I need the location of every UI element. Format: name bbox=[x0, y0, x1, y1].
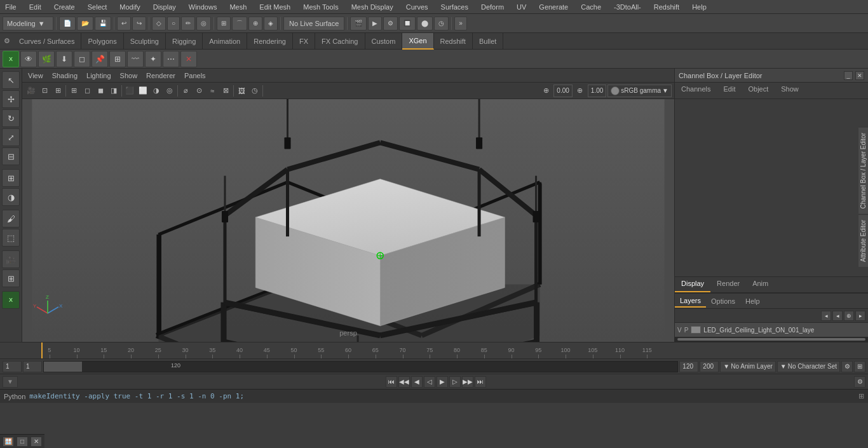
paint-button[interactable]: 🖌 bbox=[2, 210, 20, 227]
select-button[interactable]: ◇ bbox=[152, 17, 166, 31]
xgen-btn-grid[interactable]: ⊞ bbox=[109, 51, 126, 67]
open-scene-button[interactable]: 📂 bbox=[77, 17, 93, 31]
select-region-button[interactable]: ⬚ bbox=[2, 229, 20, 247]
vp-menu-renderer[interactable]: Renderer bbox=[144, 71, 177, 81]
menu-deform[interactable]: Deform bbox=[478, 2, 506, 12]
timeline-ruler[interactable]: 5101520253035404550556065707580859095100… bbox=[22, 343, 674, 358]
minimize-win-btn[interactable]: 🪟 bbox=[3, 437, 14, 447]
snap-view-button[interactable]: ◈ bbox=[264, 17, 278, 31]
tab-custom[interactable]: Custom bbox=[365, 33, 403, 50]
ch-tab-edit[interactable]: Edit bbox=[717, 83, 742, 98]
tab-fx[interactable]: FX bbox=[293, 33, 315, 50]
vp-uvs-btn[interactable]: ⊠ bbox=[219, 85, 232, 97]
anim-layer-dropdown[interactable]: ▼ No Anim Layer bbox=[720, 361, 776, 372]
pb-skip-end[interactable]: ⏭ bbox=[475, 376, 486, 388]
vp-xray-btn[interactable]: ◑ bbox=[150, 85, 163, 97]
vp-render2-btn[interactable]: ⬜ bbox=[137, 85, 149, 97]
select-tool-button[interactable]: ↖ bbox=[2, 71, 20, 89]
xgen-left-btn[interactable]: X bbox=[2, 291, 20, 309]
layer-tab-help[interactable]: Help bbox=[740, 295, 765, 307]
viewport-canvas[interactable]: persp X Y Z bbox=[22, 99, 674, 342]
edge-tab-channel-box[interactable]: Channel Box / Layer Editor bbox=[858, 127, 868, 214]
xgen-btn-eye[interactable]: 👁 bbox=[20, 51, 37, 67]
tab-polygons[interactable]: Polygons bbox=[81, 33, 123, 50]
tab-bullet[interactable]: Bullet bbox=[473, 33, 504, 50]
extra-button[interactable]: » bbox=[454, 17, 467, 31]
pb-play-fwd[interactable]: ▶ bbox=[437, 376, 448, 388]
show-hide-button[interactable]: ⊞ bbox=[2, 169, 20, 187]
vp-def-btn[interactable]: ◎ bbox=[163, 85, 176, 97]
menu-windows[interactable]: Windows bbox=[186, 2, 220, 12]
xgen-btn-0[interactable]: X bbox=[3, 51, 19, 67]
restore-win-btn[interactable]: □ bbox=[17, 437, 28, 447]
menu-redshift[interactable]: Redshift bbox=[651, 2, 682, 12]
menu-mesh[interactable]: Mesh bbox=[227, 2, 249, 12]
vp-cull-btn[interactable]: ◷ bbox=[248, 85, 261, 97]
move-tool-button[interactable]: ✢ bbox=[2, 90, 20, 108]
edge-tab-attribute-editor[interactable]: Attribute Editor bbox=[858, 214, 868, 267]
layer-tb-btn1[interactable]: ◂ bbox=[821, 311, 831, 321]
menu-file[interactable]: File bbox=[3, 2, 19, 12]
layer-tab-layers[interactable]: Layers bbox=[675, 295, 706, 308]
vp-menu-panels[interactable]: Panels bbox=[182, 71, 208, 81]
snap-grid-button[interactable]: ⊞ bbox=[217, 17, 231, 31]
xgen-btn-scene[interactable]: ◻ bbox=[74, 51, 90, 67]
menu-cache[interactable]: Cache bbox=[578, 2, 604, 12]
vp-menu-shading[interactable]: Shading bbox=[50, 71, 79, 81]
tab-curves-surfaces[interactable]: Curves / Surfaces bbox=[13, 33, 81, 50]
layer-tb-btn2[interactable]: ◂ bbox=[832, 311, 843, 321]
snap-point-button[interactable]: ⊕ bbox=[248, 17, 262, 31]
vp-menu-lighting[interactable]: Lighting bbox=[85, 71, 113, 81]
layer-tb-btn3[interactable]: ⊕ bbox=[844, 311, 854, 321]
vp-smth-btn[interactable]: ⌀ bbox=[179, 85, 192, 97]
status-end-btn2[interactable]: ⊞ bbox=[854, 361, 865, 372]
range-max-field[interactable]: 200 bbox=[700, 361, 719, 372]
frame-field-1[interactable]: 1 bbox=[3, 361, 22, 372]
ch-tab-object[interactable]: Object bbox=[742, 83, 775, 98]
xgen-btn-pin[interactable]: 📌 bbox=[92, 51, 108, 67]
xgen-btn-x2[interactable]: ✕ bbox=[180, 51, 197, 67]
menu-curves[interactable]: Curves bbox=[403, 2, 431, 12]
tab-anim[interactable]: Anim bbox=[746, 277, 775, 292]
menu-3dtoa[interactable]: -3DtoAll- bbox=[611, 2, 644, 12]
playback-mode-label[interactable]: ▼ bbox=[3, 376, 18, 388]
new-scene-button[interactable]: 📄 bbox=[59, 17, 76, 31]
vp-iso-btn[interactable]: ⊡ bbox=[38, 85, 51, 97]
menu-help[interactable]: Help bbox=[689, 2, 709, 12]
pb-settings-btn[interactable]: ⚙ bbox=[854, 376, 865, 388]
tab-fx-caching[interactable]: FX Caching bbox=[315, 33, 365, 50]
char-set-dropdown[interactable]: ▼ No Character Set bbox=[777, 361, 840, 372]
vp-grid-btn[interactable]: ⊞ bbox=[67, 85, 80, 97]
redo-button[interactable]: ↪ bbox=[132, 17, 146, 31]
vp-shade-btn[interactable]: ◼ bbox=[94, 85, 107, 97]
vp-cam-btn[interactable]: 🎥 bbox=[25, 85, 37, 97]
cb-close-btn[interactable]: ✕ bbox=[855, 71, 864, 80]
vp-crease-btn[interactable]: ≈ bbox=[206, 85, 219, 97]
workspace-dropdown[interactable]: Modeling ▼ bbox=[3, 17, 53, 31]
pb-prev-key[interactable]: ◀◀ bbox=[398, 376, 410, 388]
menu-display[interactable]: Display bbox=[151, 2, 179, 12]
vp-shade2-btn[interactable]: ◨ bbox=[107, 85, 120, 97]
rotate-tool-button[interactable]: ↻ bbox=[2, 109, 20, 127]
menu-mesh-tools[interactable]: Mesh Tools bbox=[301, 2, 341, 12]
snap-curve-button[interactable]: ⌒ bbox=[232, 17, 247, 31]
frame-range-slider[interactable]: 120 bbox=[43, 361, 678, 372]
tab-redshift[interactable]: Redshift bbox=[434, 33, 473, 50]
menu-create[interactable]: Create bbox=[51, 2, 78, 12]
tab-animation[interactable]: Animation bbox=[203, 33, 247, 50]
render6-button[interactable]: ◷ bbox=[434, 17, 449, 31]
tab-sculpting[interactable]: Sculpting bbox=[124, 33, 166, 50]
menu-modify[interactable]: Modify bbox=[117, 2, 142, 12]
menu-uv[interactable]: UV bbox=[514, 2, 529, 12]
render-button[interactable]: 🎬 bbox=[350, 17, 367, 31]
status-end-btn1[interactable]: ⚙ bbox=[841, 361, 853, 372]
layer-tb-btn4[interactable]: ▸ bbox=[855, 311, 865, 321]
render2-button[interactable]: ▶ bbox=[368, 17, 382, 31]
vp-img-btn[interactable]: 🖼 bbox=[235, 85, 248, 97]
menu-generate[interactable]: Generate bbox=[536, 2, 571, 12]
undo-button[interactable]: ↩ bbox=[117, 17, 131, 31]
pb-next-frame[interactable]: ▷ bbox=[449, 376, 461, 388]
no-live-surface-button[interactable]: No Live Surface bbox=[283, 17, 344, 31]
render3-button[interactable]: ⚙ bbox=[383, 17, 398, 31]
menu-select[interactable]: Select bbox=[85, 2, 110, 12]
